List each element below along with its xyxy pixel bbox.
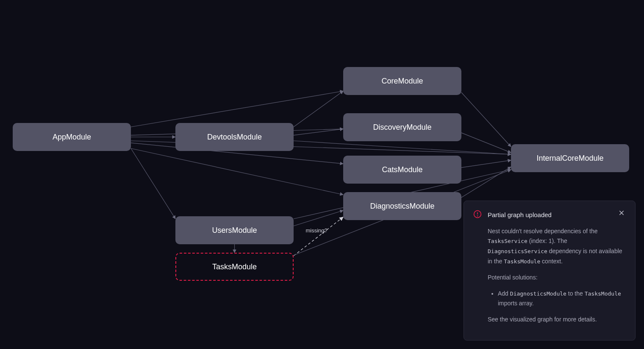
edge-tasks-diagnostics xyxy=(294,217,343,256)
alert-footer: See the visualized graph for more detail… xyxy=(488,315,626,325)
edge-app-users xyxy=(131,148,175,219)
alert-text: to the xyxy=(566,290,585,297)
edge-app-core xyxy=(131,91,343,127)
edge-core-internal xyxy=(461,92,511,147)
code-token: TasksService xyxy=(488,238,527,244)
module-node-app[interactable]: AppModule xyxy=(13,123,131,151)
alert-panel: Partial graph uploaded Nest couldn't res… xyxy=(464,201,636,341)
edge-devtools-core xyxy=(294,91,343,127)
code-token: TasksModule xyxy=(504,258,540,265)
solutions-heading: Potential solutions: xyxy=(488,273,626,283)
edge-cats-internal xyxy=(461,160,511,168)
code-token: DiagnosticsService xyxy=(488,248,547,254)
module-node-internal[interactable]: InternalCoreModule xyxy=(511,144,629,172)
solution-item: Add DiagnosticsModule to the TasksModule… xyxy=(498,289,626,309)
alert-circle-icon xyxy=(473,210,482,218)
edge-app-diagnostics xyxy=(131,148,343,195)
alert-title: Partial graph uploaded xyxy=(488,209,612,221)
alert-body: Nest couldn't resolve dependencies of th… xyxy=(473,226,626,325)
close-icon[interactable] xyxy=(618,209,626,217)
alert-text: context. xyxy=(540,258,563,265)
module-node-discovery[interactable]: DiscoveryModule xyxy=(343,113,461,141)
alert-text: Nest couldn't resolve dependencies of th… xyxy=(488,228,598,235)
edge-devtools-internal xyxy=(294,141,511,154)
alert-text: Add xyxy=(498,290,510,297)
code-token: TasksModule xyxy=(585,290,621,297)
edge-discovery-internal xyxy=(461,133,511,153)
module-node-tasks[interactable]: TasksModule xyxy=(175,253,294,281)
module-node-diagnostics[interactable]: DiagnosticsModule xyxy=(343,192,461,220)
module-node-devtools[interactable]: DevtoolsModule xyxy=(175,123,294,151)
module-node-core[interactable]: CoreModule xyxy=(343,67,461,95)
module-node-cats[interactable]: CatsModule xyxy=(343,156,461,184)
edge-devtools-discovery xyxy=(294,129,343,135)
edge-diagnostics-internal xyxy=(461,167,511,197)
alert-text: (index: 1). The xyxy=(527,237,567,244)
code-token: DiagnosticsModule xyxy=(510,290,566,297)
alert-text: imports array. xyxy=(498,300,534,307)
module-node-users[interactable]: UsersModule xyxy=(175,216,294,244)
edge-users-diagnostics xyxy=(294,210,343,226)
edge-label-tasks-diagnostics: missing? xyxy=(306,227,328,234)
svg-point-2 xyxy=(477,216,478,216)
